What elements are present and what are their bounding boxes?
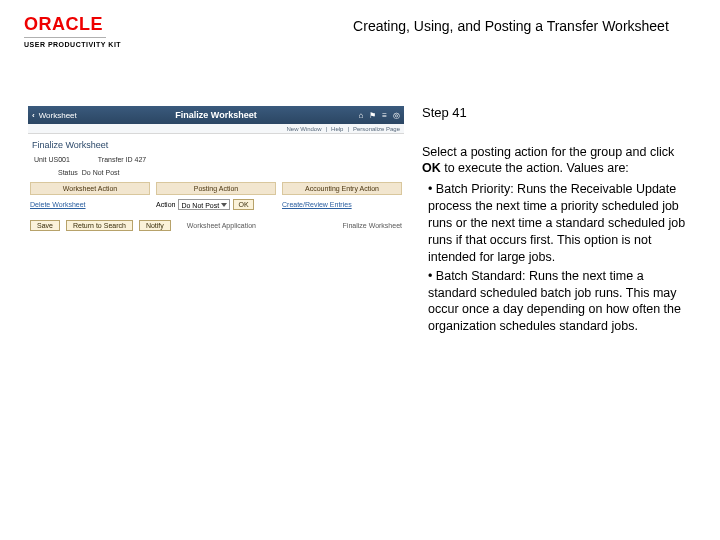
target-icon[interactable]: ◎: [393, 111, 400, 120]
page-title: Creating, Using, and Posting a Transfer …: [353, 18, 669, 34]
instruction-intro: Select a posting action for the group an…: [422, 144, 690, 178]
status-row: Status Do Not Post: [28, 169, 404, 182]
link-help[interactable]: Help: [331, 126, 343, 132]
posting-action-select[interactable]: Do Not Post: [178, 199, 230, 210]
home-icon[interactable]: ⌂: [358, 111, 363, 120]
instruction-bullet-2: • Batch Standard: Runs the next time a s…: [428, 268, 690, 336]
bar-page-title: Finalize Worksheet: [175, 110, 256, 120]
status-label: Status: [58, 169, 78, 176]
ok-button[interactable]: OK: [233, 199, 253, 210]
footer-right-text: Finalize Worksheet: [343, 222, 402, 229]
brand-block: ORACLE USER PRODUCTIVITY KIT: [24, 14, 121, 48]
subbrand-text: USER PRODUCTIVITY KIT: [24, 41, 121, 48]
link-delete-worksheet[interactable]: Delete Worksheet: [30, 201, 86, 208]
instruction-panel: Step 41 Select a posting action for the …: [422, 106, 690, 335]
action-label: Action: [156, 201, 175, 208]
oracle-logo: ORACLE: [24, 14, 103, 35]
unit-value: US001: [48, 156, 69, 163]
notify-button[interactable]: Notify: [139, 220, 171, 231]
instruction-bullet-1: • Batch Priority: Runs the Receivable Up…: [428, 181, 690, 265]
section-headers: Worksheet Action Posting Action Accounti…: [28, 182, 404, 195]
save-button[interactable]: Save: [30, 220, 60, 231]
action-row: Delete Worksheet Action Do Not Post OK C…: [28, 195, 404, 214]
panel-title: Finalize Worksheet: [28, 134, 404, 154]
logo-underline: [24, 37, 106, 38]
footer-mid-text: Worksheet Application: [177, 222, 337, 229]
transfer-value: 427: [135, 156, 147, 163]
screenshot-panel: ‹ Worksheet Finalize Worksheet ⌂ ⚑ ≡ ◎ N…: [28, 106, 404, 335]
sub-link-bar: New Window | Help | Personalize Page: [28, 124, 404, 134]
link-new-window[interactable]: New Window: [286, 126, 321, 132]
app-title-bar: ‹ Worksheet Finalize Worksheet ⌂ ⚑ ≡ ◎: [28, 106, 404, 124]
flag-icon[interactable]: ⚑: [369, 111, 376, 120]
bar-context-label: Worksheet: [39, 111, 77, 120]
link-create-review-entries[interactable]: Create/Review Entries: [282, 201, 352, 208]
section-worksheet-action: Worksheet Action: [30, 182, 150, 195]
section-posting-action: Posting Action: [156, 182, 276, 195]
page-header: ORACLE USER PRODUCTIVITY KIT Creating, U…: [0, 0, 720, 54]
info-row: Unit US001 Transfer ID 427: [28, 154, 404, 169]
section-accounting-action: Accounting Entry Action: [282, 182, 402, 195]
unit-label: Unit: [34, 156, 46, 163]
status-value: Do Not Post: [82, 169, 120, 176]
transfer-label: Transfer ID: [98, 156, 133, 163]
menu-icon[interactable]: ≡: [382, 111, 387, 120]
step-label: Step 41: [422, 104, 690, 122]
return-to-search-button[interactable]: Return to Search: [66, 220, 133, 231]
footer-row: Save Return to Search Notify Worksheet A…: [28, 214, 404, 233]
link-personalize[interactable]: Personalize Page: [353, 126, 400, 132]
back-chevron-icon[interactable]: ‹: [32, 111, 35, 120]
